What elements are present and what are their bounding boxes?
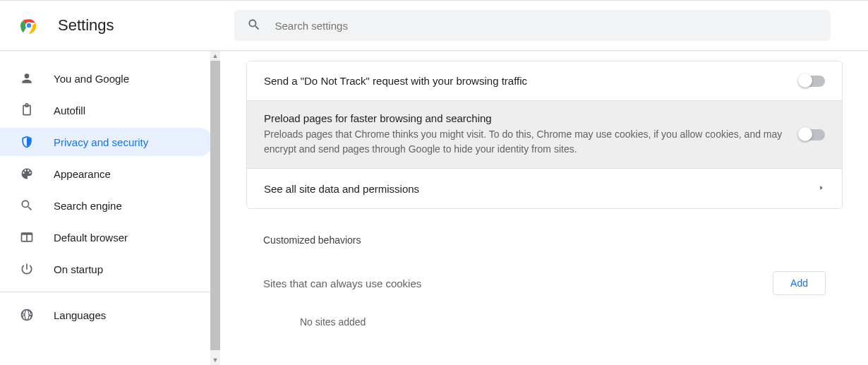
- row-all-site-data[interactable]: See all site data and permissions: [247, 169, 842, 208]
- sidebar-scrollbar[interactable]: ▲ ▼: [210, 51, 220, 365]
- power-icon: [20, 262, 34, 276]
- toggle-do-not-track[interactable]: [800, 76, 825, 87]
- shield-icon: [20, 135, 34, 149]
- sidebar-item-privacy-security[interactable]: Privacy and security: [0, 128, 213, 156]
- page-title: Settings: [58, 16, 114, 35]
- scroll-thumb[interactable]: [210, 61, 220, 350]
- row-title: Preload pages for faster browsing and se…: [264, 112, 785, 124]
- sidebar-item-label: Default browser: [54, 232, 128, 244]
- sidebar-item-autofill[interactable]: Autofill: [0, 96, 213, 124]
- add-button[interactable]: Add: [773, 271, 826, 295]
- sidebar-item-label: Appearance: [54, 168, 111, 180]
- settings-card: Send a "Do Not Track" request with your …: [246, 61, 843, 209]
- sidebar-item-label: You and Google: [54, 73, 129, 85]
- globe-icon: [20, 308, 34, 322]
- no-sites-text: No sites added: [263, 305, 826, 328]
- sidebar-item-you-and-google[interactable]: You and Google: [0, 64, 213, 92]
- row-title: Send a "Do Not Track" request with your …: [264, 75, 785, 87]
- section-heading-customized-behaviors: Customized behaviors: [246, 234, 843, 261]
- sidebar-item-label: Privacy and security: [54, 136, 148, 148]
- sidebar-item-on-startup[interactable]: On startup: [0, 255, 213, 283]
- row-preload-pages[interactable]: Preload pages for faster browsing and se…: [247, 101, 842, 169]
- sidebar: You and Google Autofill Privacy and secu…: [0, 51, 221, 365]
- search-input[interactable]: [275, 20, 818, 32]
- topbar: Settings: [0, 0, 868, 51]
- clipboard-icon: [20, 103, 34, 117]
- sidebar-item-label: Languages: [54, 309, 106, 321]
- sidebar-item-label: On startup: [54, 263, 103, 275]
- row-do-not-track[interactable]: Send a "Do Not Track" request with your …: [247, 61, 842, 101]
- sidebar-item-label: Autofill: [54, 104, 85, 116]
- sidebar-item-label: Search engine: [54, 200, 122, 212]
- palette-icon: [20, 167, 34, 181]
- browser-icon: [20, 230, 34, 244]
- sidebar-item-default-browser[interactable]: Default browser: [0, 223, 213, 251]
- chrome-logo-icon: [20, 16, 38, 35]
- scroll-down-icon[interactable]: ▼: [210, 355, 220, 365]
- main-content: Send a "Do Not Track" request with your …: [221, 51, 868, 365]
- row-title: See all site data and permissions: [264, 183, 804, 195]
- person-icon: [20, 71, 34, 85]
- toggle-preload-pages[interactable]: [800, 129, 825, 140]
- cookies-always-block: Sites that can always use cookies Add No…: [246, 261, 843, 328]
- sidebar-item-appearance[interactable]: Appearance: [0, 160, 213, 188]
- sidebar-divider: [0, 292, 220, 292]
- search-bar[interactable]: [234, 10, 831, 41]
- chevron-right-icon: [818, 183, 825, 195]
- svg-point-1: [27, 23, 32, 28]
- sidebar-item-search-engine[interactable]: Search engine: [0, 191, 213, 220]
- scroll-up-icon[interactable]: ▲: [210, 51, 220, 61]
- search-icon: [20, 198, 34, 213]
- cookies-always-label: Sites that can always use cookies: [263, 277, 773, 289]
- sidebar-item-languages[interactable]: Languages: [0, 301, 213, 329]
- search-icon: [247, 18, 261, 34]
- row-description: Preloads pages that Chrome thinks you mi…: [264, 127, 785, 157]
